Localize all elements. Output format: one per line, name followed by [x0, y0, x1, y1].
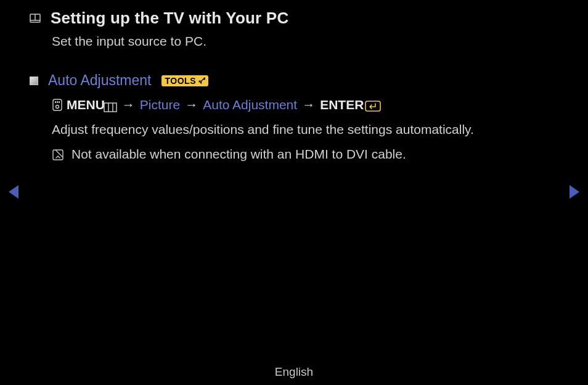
page-subtitle: Set the input source to PC. [30, 34, 558, 49]
footer-language: English [0, 365, 588, 379]
tools-badge: TOOLS [161, 75, 208, 86]
tools-label: TOOLS [165, 76, 196, 86]
enter-button-icon [365, 100, 381, 111]
path-picture: Picture [140, 97, 180, 112]
svg-rect-4 [365, 101, 380, 111]
section-heading: Auto Adjustment [48, 72, 152, 89]
svg-rect-3 [104, 103, 116, 112]
square-bullet-icon [30, 77, 38, 85]
note-icon [52, 149, 64, 161]
arrow-icon: → [301, 97, 316, 112]
description-text: Adjust frequency values/positions and fi… [30, 122, 558, 137]
path-menu: MENU [67, 97, 105, 112]
remote-icon [52, 99, 63, 111]
svg-point-2 [56, 106, 59, 109]
book-icon [30, 13, 41, 24]
next-page-button[interactable] [570, 185, 579, 199]
chevron-right-icon [570, 185, 579, 199]
arrow-icon: → [184, 97, 199, 112]
arrow-icon: → [121, 97, 136, 112]
svg-rect-5 [53, 150, 63, 160]
chevron-left-icon [9, 185, 18, 199]
path-auto-adjustment: Auto Adjustment [203, 97, 297, 112]
path-enter: ENTER [320, 97, 364, 112]
note-text: Not available when connecting with an HD… [71, 147, 406, 162]
prev-page-button[interactable] [9, 185, 18, 199]
menu-grid-icon [104, 101, 117, 110]
navigation-path: MENU → Picture → Auto Adjustment → ENTER [30, 97, 558, 112]
tools-shortcut-icon [198, 77, 206, 85]
page-title: Setting up the TV with Your PC [51, 9, 288, 28]
